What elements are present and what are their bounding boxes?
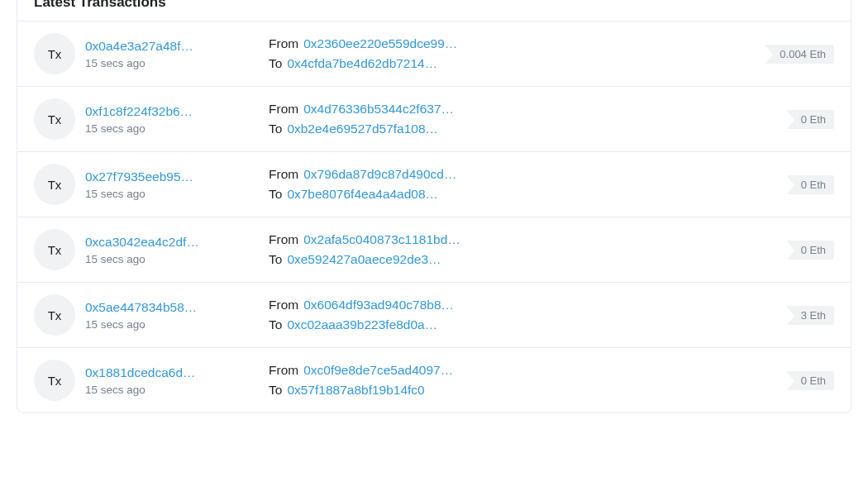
tx-fromto-column: From0x4d76336b5344c2f637…To0xb2e4e69527d… (269, 102, 776, 136)
tx-icon: Tx (34, 360, 75, 401)
to-address-link[interactable]: 0xc02aaa39b223fe8d0a… (287, 317, 437, 332)
from-address-link[interactable]: 0x2afa5c040873c1181bd… (303, 232, 460, 247)
eth-value-badge: 3 Eth (786, 306, 834, 325)
to-line: To0xb2e4e69527d57fa108… (269, 122, 776, 136)
transaction-list: Tx0x0a4e3a27a48f…15 secs agoFrom0x2360ee… (17, 21, 851, 413)
to-label: To (269, 56, 282, 71)
eth-value: 3 (801, 309, 807, 322)
transaction-row: Tx0x1881dcedca6d…15 secs agoFrom0xc0f9e8… (17, 348, 851, 413)
tx-hash-column: 0x0a4e3a27a48f…15 secs ago (85, 39, 259, 69)
tx-value-column: 3 Eth (786, 306, 834, 325)
to-line: To0xc02aaa39b223fe8d0a… (269, 317, 776, 332)
eth-value: 0 (801, 113, 807, 126)
section-title: Latest Transactions (17, 0, 851, 21)
to-line: To0x7be8076f4ea4a4ad08… (269, 187, 776, 202)
from-label: From (269, 102, 298, 117)
eth-value: 0.004 (780, 48, 807, 60)
tx-value-column: 0 Eth (786, 241, 834, 260)
to-address-link[interactable]: 0xb2e4e69527d57fa108… (287, 122, 438, 136)
from-line: From0x796da87d9c87d490cd… (269, 167, 776, 182)
tx-icon: Tx (34, 229, 75, 270)
latest-transactions-card: Latest Transactions Tx0x0a4e3a27a48f…15 … (17, 0, 851, 413)
from-address-link[interactable]: 0x796da87d9c87d490cd… (303, 167, 456, 182)
from-label: From (269, 167, 298, 182)
from-address-link[interactable]: 0x6064df93ad940c78b8… (303, 298, 454, 312)
transaction-row: Tx0xca3042ea4c2df…15 secs agoFrom0x2afa5… (17, 217, 851, 283)
tx-hash-column: 0x5ae447834b58…15 secs ago (85, 300, 259, 331)
tx-hash-column: 0x1881dcedca6d…15 secs ago (85, 365, 259, 396)
tx-icon: Tx (34, 294, 75, 336)
eth-value: 0 (801, 244, 807, 256)
tx-value-column: 0 Eth (786, 175, 834, 194)
tx-icon: Tx (34, 164, 75, 205)
tx-fromto-column: From0x2afa5c040873c1181bd…To0xe592427a0a… (269, 232, 776, 267)
from-address-link[interactable]: 0xc0f9e8de7ce5ad4097… (303, 363, 453, 378)
transaction-row: Tx0x0a4e3a27a48f…15 secs agoFrom0x2360ee… (17, 21, 851, 87)
tx-timestamp: 15 secs ago (85, 57, 259, 69)
tx-fromto-column: From0x6064df93ad940c78b8…To0xc02aaa39b22… (269, 298, 776, 332)
to-label: To (269, 252, 282, 267)
eth-unit: Eth (809, 309, 826, 322)
tx-hash-link[interactable]: 0x27f7935eeb95… (85, 169, 259, 184)
transaction-row: Tx0x5ae447834b58…15 secs agoFrom0x6064df… (17, 283, 851, 348)
to-label: To (269, 317, 282, 332)
tx-hash-link[interactable]: 0xf1c8f224f32b6… (85, 104, 259, 119)
eth-unit: Eth (809, 113, 826, 126)
tx-hash-column: 0x27f7935eeb95…15 secs ago (85, 169, 259, 200)
eth-value-badge: 0 Eth (786, 371, 834, 390)
tx-fromto-column: From0x2360ee220e559dce99…To0x4cfda7be4d6… (269, 36, 755, 71)
eth-value-badge: 0 Eth (786, 175, 834, 194)
tx-hash-link[interactable]: 0x5ae447834b58… (85, 300, 259, 315)
eth-unit: Eth (809, 374, 826, 387)
to-label: To (269, 122, 282, 136)
from-label: From (269, 298, 298, 312)
to-line: To0x4cfda7be4d62db7214… (269, 56, 755, 71)
eth-unit: Eth (809, 179, 826, 191)
tx-hash-link[interactable]: 0xca3042ea4c2df… (85, 235, 259, 250)
tx-hash-column: 0xca3042ea4c2df…15 secs ago (85, 235, 259, 265)
tx-fromto-column: From0x796da87d9c87d490cd…To0x7be8076f4ea… (269, 167, 776, 202)
to-address-link[interactable]: 0x57f1887a8bf19b14fc0 (287, 383, 424, 398)
transaction-row: Tx0x27f7935eeb95…15 secs agoFrom0x796da8… (17, 152, 851, 217)
tx-timestamp: 15 secs ago (85, 253, 259, 265)
eth-value-badge: 0 Eth (786, 110, 834, 129)
eth-value-badge: 0 Eth (786, 241, 834, 260)
from-line: From0x4d76336b5344c2f637… (269, 102, 776, 117)
tx-timestamp: 15 secs ago (85, 384, 259, 396)
tx-fromto-column: From0xc0f9e8de7ce5ad4097…To0x57f1887a8bf… (269, 363, 776, 398)
from-address-link[interactable]: 0x4d76336b5344c2f637… (303, 102, 454, 117)
tx-value-column: 0 Eth (786, 371, 834, 390)
tx-hash-column: 0xf1c8f224f32b6…15 secs ago (85, 104, 259, 135)
tx-timestamp: 15 secs ago (85, 318, 259, 331)
tx-hash-link[interactable]: 0x1881dcedca6d… (85, 365, 259, 380)
to-line: To0xe592427a0aece92de3… (269, 252, 776, 267)
eth-unit: Eth (809, 244, 826, 256)
from-label: From (269, 363, 298, 378)
eth-value-badge: 0.004 Eth (765, 45, 834, 64)
to-address-link[interactable]: 0x4cfda7be4d62db7214… (287, 56, 437, 71)
from-line: From0xc0f9e8de7ce5ad4097… (269, 363, 776, 378)
to-address-link[interactable]: 0xe592427a0aece92de3… (287, 252, 441, 267)
tx-value-column: 0.004 Eth (765, 45, 834, 64)
from-label: From (269, 36, 298, 51)
tx-timestamp: 15 secs ago (85, 188, 259, 200)
to-address-link[interactable]: 0x7be8076f4ea4a4ad08… (287, 187, 438, 202)
tx-timestamp: 15 secs ago (85, 122, 259, 135)
from-line: From0x6064df93ad940c78b8… (269, 298, 776, 312)
from-line: From0x2afa5c040873c1181bd… (269, 232, 776, 247)
eth-value: 0 (801, 179, 807, 191)
eth-unit: Eth (809, 48, 826, 60)
from-address-link[interactable]: 0x2360ee220e559dce99… (303, 36, 457, 51)
tx-hash-link[interactable]: 0x0a4e3a27a48f… (85, 39, 259, 54)
transaction-row: Tx0xf1c8f224f32b6…15 secs agoFrom0x4d763… (17, 87, 851, 152)
from-label: From (269, 232, 298, 247)
from-line: From0x2360ee220e559dce99… (269, 36, 755, 51)
eth-value: 0 (801, 374, 807, 387)
tx-icon: Tx (34, 33, 75, 74)
tx-value-column: 0 Eth (786, 110, 834, 129)
to-label: To (269, 187, 282, 202)
tx-icon: Tx (34, 98, 75, 140)
to-label: To (269, 383, 282, 398)
to-line: To0x57f1887a8bf19b14fc0 (269, 383, 776, 398)
